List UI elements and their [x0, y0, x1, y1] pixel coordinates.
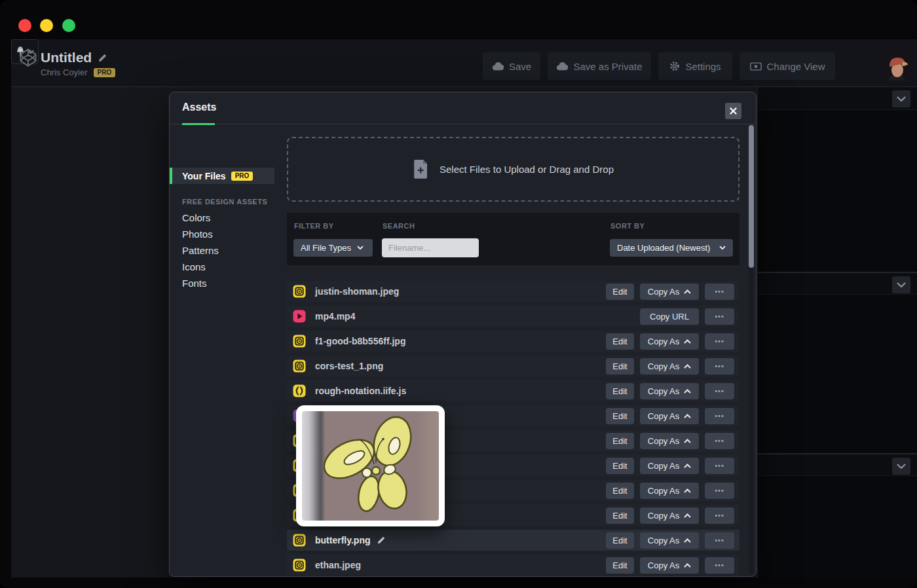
expand-panel-button-3[interactable]	[892, 458, 910, 475]
video-file-icon	[293, 310, 306, 323]
chevron-down-icon	[897, 96, 906, 101]
sidebar-item-fonts[interactable]: Fonts	[170, 275, 286, 291]
upload-file-icon	[413, 159, 430, 179]
more-options-button[interactable]: •••	[705, 284, 734, 300]
file-name: cors-test_1.png	[315, 361, 383, 371]
butterfly-preview-image	[302, 411, 439, 521]
chevron-up-icon	[684, 289, 691, 294]
avatar-photo	[882, 52, 911, 81]
edit-button[interactable]: Edit	[606, 507, 634, 524]
more-options-button[interactable]: •••	[705, 557, 734, 574]
chevron-up-icon	[684, 563, 691, 568]
search-input[interactable]	[382, 238, 479, 257]
file-row: mp4.mp4 Copy URL •••	[287, 306, 739, 327]
more-options-button[interactable]: •••	[705, 383, 734, 399]
file-preview-popup	[296, 405, 445, 526]
modal-scrollbar-thumb[interactable]	[749, 125, 754, 268]
edit-button[interactable]: Edit	[606, 383, 634, 399]
more-options-button[interactable]: •••	[705, 408, 734, 424]
assets-modal: Assets Your Files PRO FREE DESIGN ASSETS…	[169, 92, 757, 577]
edit-title-pencil-icon[interactable]	[98, 53, 107, 63]
save-button[interactable]: Save	[483, 52, 540, 80]
codepen-logo-icon[interactable]	[18, 48, 38, 67]
sidebar-item-patterns[interactable]: Patterns	[170, 242, 286, 259]
pen-author: Chris Coyier	[41, 67, 88, 77]
sort-by-label: SORT BY	[610, 222, 645, 230]
chevron-up-icon	[684, 439, 691, 443]
file-name: ethan.jpeg	[315, 560, 361, 570]
close-traffic-light[interactable]	[18, 19, 31, 32]
copy-as-button[interactable]: Copy As	[640, 284, 699, 300]
app-header: Untitled Chris Coyier PRO Save Save as	[11, 39, 917, 87]
editor-panels-column	[757, 87, 917, 578]
copy-as-button[interactable]: Copy As	[640, 458, 699, 474]
change-view-button[interactable]: Change View	[739, 52, 835, 80]
minimize-traffic-light[interactable]	[40, 19, 53, 32]
upload-label: Select Files to Upload or Drag and Drop	[440, 164, 614, 175]
more-options-button[interactable]: •••	[705, 308, 734, 325]
close-modal-button[interactable]	[725, 103, 741, 119]
file-name: justin-shoman.jpeg	[315, 286, 399, 297]
chevron-down-icon	[357, 246, 364, 250]
edit-button[interactable]: Edit	[606, 483, 634, 499]
more-options-button[interactable]: •••	[705, 458, 734, 474]
rename-pencil-icon[interactable]	[377, 536, 386, 545]
sidebar-item-photos[interactable]: Photos	[170, 226, 286, 242]
edit-button[interactable]: Edit	[606, 458, 634, 474]
assets-sidebar: Your Files PRO FREE DESIGN ASSETS Colors…	[170, 124, 286, 576]
more-options-button[interactable]: •••	[705, 333, 734, 350]
more-options-button[interactable]: •••	[705, 507, 734, 524]
file-name: mp4.mp4	[315, 311, 355, 322]
edit-button[interactable]: Edit	[606, 358, 634, 375]
more-options-button[interactable]: •••	[705, 483, 734, 499]
file-row: cors-test_1.png Edit Copy As •••	[287, 356, 739, 377]
copy-as-button[interactable]: Copy As	[640, 507, 699, 524]
chevron-up-icon	[684, 364, 691, 369]
sidebar-item-icons[interactable]: Icons	[170, 259, 286, 275]
copy-as-button[interactable]: Copy As	[640, 433, 699, 449]
sidebar-section-heading: FREE DESIGN ASSETS	[182, 198, 267, 206]
more-options-button[interactable]: •••	[705, 433, 734, 449]
copy-as-button[interactable]: Copy As	[640, 483, 699, 499]
copy-as-button[interactable]: Copy As	[640, 383, 699, 399]
edit-button[interactable]: Edit	[606, 333, 634, 350]
upload-dropzone[interactable]: Select Files to Upload or Drag and Drop	[287, 137, 739, 202]
author-pro-badge: PRO	[94, 68, 116, 77]
assets-modal-header: Assets	[170, 92, 756, 124]
expand-panel-button-2[interactable]	[892, 276, 910, 293]
pen-title: Untitled	[41, 50, 92, 65]
copy-url-button[interactable]: Copy URL	[640, 308, 699, 325]
user-avatar[interactable]	[882, 52, 911, 81]
close-icon	[730, 107, 737, 115]
copy-as-button[interactable]: Copy As	[640, 532, 699, 549]
edit-button[interactable]: Edit	[606, 408, 634, 424]
sidebar-item-colors[interactable]: Colors	[170, 210, 286, 226]
copy-as-button[interactable]: Copy As	[640, 333, 699, 350]
chevron-up-icon	[684, 538, 691, 543]
copy-as-button[interactable]: Copy As	[640, 358, 699, 375]
maximize-traffic-light[interactable]	[62, 19, 75, 32]
expand-panel-button-1[interactable]	[892, 90, 910, 107]
save-as-private-button[interactable]: Save as Private	[548, 52, 651, 80]
more-options-button[interactable]: •••	[705, 358, 734, 375]
copy-as-button[interactable]: Copy As	[640, 557, 699, 574]
edit-button[interactable]: Edit	[606, 532, 634, 549]
pro-badge: PRO	[231, 172, 253, 181]
chevron-down-icon	[897, 282, 906, 287]
edit-button[interactable]: Edit	[606, 284, 634, 300]
copy-as-button[interactable]: Copy As	[640, 408, 699, 424]
settings-button[interactable]: Settings	[658, 52, 732, 80]
script-file-icon	[293, 384, 306, 397]
more-options-button[interactable]: •••	[705, 532, 734, 549]
sort-dropdown[interactable]: Date Uploaded (Newest)	[610, 239, 733, 257]
gear-icon	[669, 61, 680, 71]
edit-button[interactable]: Edit	[606, 557, 634, 574]
edit-button[interactable]: Edit	[606, 433, 634, 449]
sidebar-item-your-files[interactable]: Your Files PRO	[170, 168, 274, 184]
chevron-down-icon	[897, 464, 906, 469]
file-row: f1-good-b8b556ff.jpg Edit Copy As •••	[287, 331, 739, 352]
image-file-icon	[293, 359, 306, 373]
file-row: ethan.jpeg Edit Copy As •••	[287, 555, 739, 576]
chevron-down-icon	[719, 246, 726, 250]
file-type-dropdown[interactable]: All File Types	[293, 239, 373, 257]
